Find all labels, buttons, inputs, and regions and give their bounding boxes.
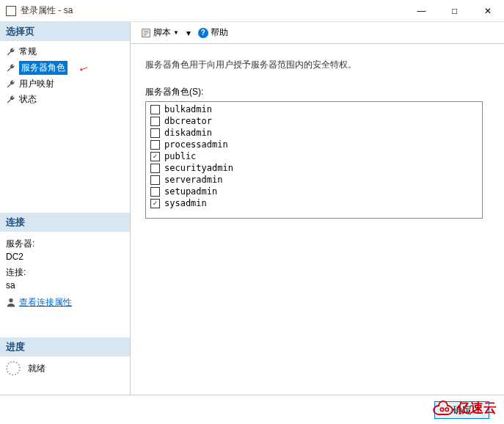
checkbox-icon xyxy=(150,164,160,173)
person-icon xyxy=(6,297,16,307)
wrench-icon xyxy=(6,63,16,73)
server-value: DC2 xyxy=(6,252,124,262)
nav-general[interactable]: 常规 xyxy=(0,44,130,59)
arrow-annotation: ← xyxy=(75,59,92,78)
role-checkbox-sysadmin[interactable]: sysadmin xyxy=(147,197,481,209)
sidebar: 选择页 常规 服务器角色 ← 用户映射 状态 连接 服务器: D xyxy=(0,22,131,395)
separator: ▾ xyxy=(186,28,191,38)
ok-button[interactable]: 确定 xyxy=(434,401,489,419)
checkbox-icon xyxy=(150,175,160,185)
checkbox-icon xyxy=(150,105,160,114)
wrench-icon xyxy=(6,95,16,105)
wrench-icon xyxy=(6,47,16,57)
progress-section: 就绪 xyxy=(0,357,130,380)
view-props-label: 查看连接属性 xyxy=(19,296,72,309)
role-checkbox-dbcreator[interactable]: dbcreator xyxy=(147,115,481,127)
checkbox-icon xyxy=(150,152,160,161)
select-page-header: 选择页 xyxy=(0,22,130,41)
role-label: public xyxy=(164,151,196,161)
checkbox-icon xyxy=(150,128,160,138)
role-label: bulkadmin xyxy=(164,104,212,114)
script-button[interactable]: 脚本 ▼ xyxy=(138,25,182,40)
checkbox-icon xyxy=(150,187,160,197)
svg-point-0 xyxy=(9,299,12,302)
role-label: securityadmin xyxy=(164,163,233,173)
titlebar: 登录属性 - sa — □ ✕ xyxy=(0,0,504,22)
server-label: 服务器: xyxy=(6,238,124,250)
nav-list: 常规 服务器角色 ← 用户映射 状态 xyxy=(0,41,130,110)
toolbar: 脚本 ▼ ▾ ? 帮助 xyxy=(131,22,504,44)
role-checkbox-diskadmin[interactable]: diskadmin xyxy=(147,127,481,139)
content-area: 脚本 ▼ ▾ ? 帮助 服务器角色用于向用户授予服务器范围内的安全特权。 服务器… xyxy=(131,22,504,395)
script-icon xyxy=(141,28,151,38)
nav-label: 状态 xyxy=(19,93,37,106)
role-label: dbcreator xyxy=(164,116,212,126)
view-connection-props-link[interactable]: 查看连接属性 xyxy=(6,296,72,309)
nav-label: 用户映射 xyxy=(19,78,54,90)
roles-list: bulkadmindbcreatordiskadminprocessadminp… xyxy=(145,101,483,219)
nav-server-roles[interactable]: 服务器角色 ← xyxy=(0,59,130,76)
checkbox-icon xyxy=(150,140,160,150)
app-icon xyxy=(6,6,16,16)
description-text: 服务器角色用于向用户授予服务器范围内的安全特权。 xyxy=(145,59,489,71)
body-area: 服务器角色用于向用户授予服务器范围内的安全特权。 服务器角色(S): bulka… xyxy=(131,44,504,395)
checkbox-icon xyxy=(150,117,160,126)
connection-section: 服务器: DC2 连接: sa 查看连接属性 xyxy=(0,232,130,316)
progress-header: 进度 xyxy=(0,337,130,357)
nav-user-mapping[interactable]: 用户映射 xyxy=(0,76,130,92)
close-button[interactable]: ✕ xyxy=(471,0,504,22)
script-label: 脚本 xyxy=(153,26,171,39)
minimize-button[interactable]: — xyxy=(405,0,438,22)
maximize-button[interactable]: □ xyxy=(438,0,471,22)
role-label: sysadmin xyxy=(164,198,207,208)
spinner-icon xyxy=(6,361,21,376)
chevron-down-icon: ▼ xyxy=(173,29,179,36)
role-label: serveradmin xyxy=(164,175,222,185)
help-button[interactable]: ? 帮助 xyxy=(195,25,231,40)
connection-header: 连接 xyxy=(0,213,130,232)
nav-label: 服务器角色 xyxy=(19,61,67,75)
role-checkbox-setupadmin[interactable]: setupadmin xyxy=(147,186,481,197)
roles-label: 服务器角色(S): xyxy=(145,86,489,98)
role-checkbox-securityadmin[interactable]: securityadmin xyxy=(147,162,481,174)
checkbox-icon xyxy=(150,199,160,208)
help-label: 帮助 xyxy=(211,26,228,39)
role-checkbox-serveradmin[interactable]: serveradmin xyxy=(147,174,481,186)
conn-value: sa xyxy=(6,280,124,290)
role-checkbox-processadmin[interactable]: processadmin xyxy=(147,139,481,150)
role-label: processadmin xyxy=(164,139,228,150)
role-label: setupadmin xyxy=(164,186,217,197)
role-label: diskadmin xyxy=(164,128,212,138)
nav-label: 常规 xyxy=(19,45,37,58)
window-title: 登录属性 - sa xyxy=(21,4,405,17)
role-checkbox-bulkadmin[interactable]: bulkadmin xyxy=(147,103,481,115)
footer: 确定 xyxy=(0,395,504,424)
progress-status: 就绪 xyxy=(28,362,45,375)
help-icon: ? xyxy=(198,28,208,38)
conn-label: 连接: xyxy=(6,266,124,279)
role-checkbox-public[interactable]: public xyxy=(147,150,481,162)
nav-status[interactable]: 状态 xyxy=(0,92,130,107)
wrench-icon xyxy=(6,79,16,89)
